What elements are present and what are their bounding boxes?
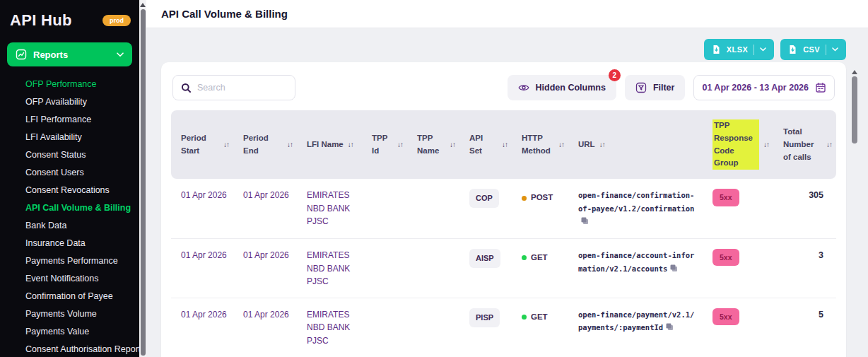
hidden-columns-label: Hidden Columns (536, 83, 606, 93)
sidebar-item-confirmation-of-payee[interactable]: Confirmation of Payee (25, 287, 139, 305)
filter-button[interactable]: Filter (625, 75, 686, 100)
divider (826, 45, 826, 55)
hidden-columns-button[interactable]: Hidden Columns 2 (508, 75, 616, 100)
column-header-period-end[interactable]: Period End↓↑ (233, 117, 297, 172)
scroll-up-arrow-icon[interactable] (852, 70, 857, 74)
date-range-picker[interactable]: 01 Apr 2026 - 13 Apr 2026 (693, 75, 835, 100)
cell-http-method: GET (512, 308, 568, 324)
sidebar-item-ofp-availability[interactable]: OFP Availability (25, 93, 139, 110)
cell-api-set: PISP (459, 308, 512, 327)
sort-icon[interactable]: ↓↑ (558, 139, 564, 151)
sidebar-item-lfi-availability[interactable]: LFI Availability (25, 128, 139, 146)
column-label: Period End (243, 132, 283, 158)
cell-tpp-response-code-group: 5xx (703, 189, 773, 206)
download-file-icon (712, 45, 721, 54)
sidebar-item-payments-performance[interactable]: Payments Performance (25, 252, 139, 269)
sidebar-item-consent-revocations[interactable]: Consent Revocations (25, 181, 139, 199)
sidebar-item-consent-authorisation-report[interactable]: Consent Authorisation Report (25, 340, 139, 357)
chevron-down-icon (117, 52, 124, 57)
main-area: API Call Volume & Billing XLSX CSV (146, 0, 868, 357)
sidebar-section-label: Reports (33, 49, 68, 60)
date-range-value: 01 Apr 2026 - 13 Apr 2026 (702, 83, 809, 93)
sidebar-item-consent-status[interactable]: Consent Status (25, 146, 139, 163)
table-row[interactable]: 01 Apr 2026 01 Apr 2026 EMIRATES NBD BAN… (171, 239, 836, 298)
sidebar-scrollbar[interactable] (139, 0, 146, 357)
sort-icon[interactable]: ↓↑ (348, 139, 353, 151)
sort-icon[interactable]: ↓↑ (502, 139, 508, 151)
copy-icon[interactable] (669, 264, 678, 274)
method-label: POST (531, 192, 553, 204)
copy-icon[interactable] (580, 217, 589, 227)
cell-total-calls: 5 (773, 308, 836, 322)
sidebar-nav: OFP Performance OFP Availability LFI Per… (0, 69, 139, 357)
cell-http-method: GET (512, 249, 568, 264)
cell-url: open-finance/account-information/v2.1/ac… (568, 249, 703, 276)
method-label: GET (531, 311, 548, 324)
cell-api-set: COP (459, 189, 512, 208)
column-header-tpp-response-code-group[interactable]: TPP Response Code Group↓↑ (703, 117, 773, 172)
url-text: open-finance/confirmation-of-payee/v1.2/… (578, 191, 694, 213)
column-header-http-method[interactable]: HTTP Method↓↑ (512, 117, 568, 172)
response-code-badge: 5xx (712, 308, 739, 325)
column-header-total-number-of-calls[interactable]: Total Number of calls↓↑ (773, 117, 836, 172)
sidebar-item-api-call-volume-billing[interactable]: API Call Volume & Billing (25, 199, 139, 216)
column-label: Total Number of calls (783, 126, 822, 163)
sidebar-item-consent-users[interactable]: Consent Users (25, 163, 139, 181)
scroll-up-arrow-icon[interactable] (140, 3, 146, 7)
api-set-badge: AISP (469, 249, 500, 268)
export-csv-button[interactable]: CSV (780, 39, 846, 60)
eye-icon (518, 83, 529, 92)
sort-icon[interactable]: ↓↑ (826, 139, 832, 151)
column-header-period-start[interactable]: Period Start↓↑ (171, 117, 233, 172)
brand-row: API Hub prod (0, 0, 139, 35)
column-header-tpp-id[interactable]: TPP Id↓↑ (362, 117, 407, 172)
filter-funnel-icon (635, 82, 647, 93)
sidebar-item-payments-value[interactable]: Payments Value (25, 322, 139, 340)
sort-icon[interactable]: ↓↑ (223, 139, 229, 151)
column-header-tpp-name[interactable]: TPP Name↓↑ (407, 117, 459, 172)
export-xlsx-button[interactable]: XLSX (704, 39, 774, 60)
cell-http-method: POST (512, 189, 568, 204)
topbar: API Call Volume & Billing (146, 0, 868, 28)
sidebar-section-reports[interactable]: Reports (7, 42, 132, 66)
hidden-columns-count-badge: 2 (609, 69, 621, 81)
table-card: Hidden Columns 2 Filter 01 Apr 2026 - 13… (161, 62, 846, 357)
cell-period-end: 01 Apr 2026 (233, 189, 297, 202)
cell-period-end: 01 Apr 2026 (233, 308, 297, 322)
copy-icon[interactable] (665, 323, 674, 333)
chevron-down-icon (832, 47, 838, 52)
sidebar-item-lfi-performance[interactable]: LFI Performance (25, 110, 139, 128)
cell-lfi-name: EMIRATES NBD BANK PJSC (297, 189, 362, 228)
column-header-lfi-name[interactable]: LFI Name↓↑ (297, 117, 362, 172)
sort-icon[interactable]: ↓↑ (599, 139, 605, 151)
method-dot-icon (522, 315, 527, 320)
search-input[interactable] (197, 83, 287, 93)
sidebar-item-bank-data[interactable]: Bank Data (25, 216, 139, 234)
table-row[interactable]: 01 Apr 2026 01 Apr 2026 EMIRATES NBD BAN… (171, 179, 836, 239)
sidebar-item-payments-volume[interactable]: Payments Volume (25, 305, 139, 322)
sort-icon[interactable]: ↓↑ (450, 139, 455, 151)
column-header-url[interactable]: URL↓↑ (568, 117, 703, 172)
column-label: LFI Name (307, 139, 344, 151)
sort-icon[interactable]: ↓↑ (397, 139, 403, 151)
content-scrollbar-thumb[interactable] (852, 76, 857, 144)
sidebar-item-insurance-data[interactable]: Insurance Data (25, 234, 139, 252)
table-row[interactable]: 01 Apr 2026 01 Apr 2026 EMIRATES NBD BAN… (171, 298, 836, 357)
cell-url: open-finance/confirmation-of-payee/v1.2/… (568, 189, 703, 229)
sidebar-item-ofp-performance[interactable]: OFP Performance (25, 75, 139, 93)
chevron-down-icon (760, 47, 766, 52)
search-icon (181, 83, 192, 93)
sort-icon[interactable]: ↓↑ (763, 139, 769, 151)
cell-api-set: AISP (459, 249, 512, 268)
export-xlsx-label: XLSX (727, 45, 748, 54)
column-header-api-set[interactable]: API Set↓↑ (459, 117, 512, 172)
toolbar-right: Hidden Columns 2 Filter 01 Apr 2026 - 13… (508, 75, 835, 100)
sort-icon[interactable]: ↓↑ (287, 139, 293, 151)
response-code-badge: 5xx (712, 249, 739, 266)
sidebar-scrollbar-thumb[interactable] (141, 9, 146, 356)
cell-lfi-name: EMIRATES NBD BANK PJSC (297, 249, 362, 288)
content-scrollbar[interactable] (851, 67, 858, 357)
sidebar-item-event-notifications[interactable]: Event Notifications (25, 269, 139, 287)
url-text: open-finance/payment/v2.1/payments/:paym… (578, 310, 694, 332)
calendar-icon (815, 82, 826, 93)
